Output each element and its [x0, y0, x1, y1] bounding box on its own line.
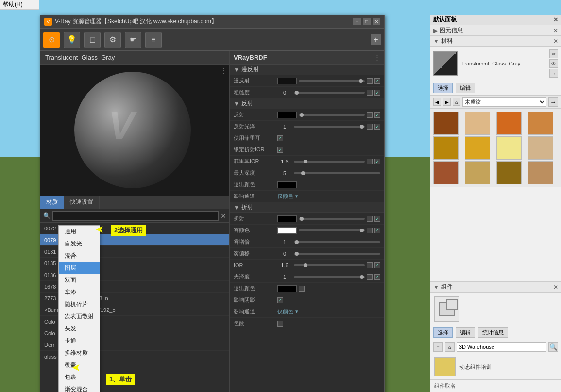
map-checkbox[interactable] [367, 112, 373, 118]
minimize-button[interactable]: － [353, 18, 361, 25]
dropdown-item-chelü[interactable]: 车漆 [59, 286, 100, 298]
map-checkbox[interactable] [367, 262, 373, 268]
channel-dropdown[interactable]: 仅颜色 ▾ [277, 193, 298, 200]
wood-cell-3[interactable] [496, 112, 522, 135]
enable-checkbox[interactable] [374, 78, 380, 84]
toolbar-geo-button[interactable]: ◻ [84, 32, 101, 48]
color-swatch[interactable] [277, 227, 297, 234]
color-swatch[interactable] [277, 181, 297, 188]
tab-material[interactable]: 材质 [40, 196, 64, 209]
wood-cell-6[interactable] [465, 136, 490, 160]
map-checkbox[interactable] [367, 124, 373, 130]
slider-track[interactable] [299, 80, 365, 82]
comp-nav-btn1[interactable]: ≡ [433, 342, 443, 352]
slider-track[interactable] [294, 161, 365, 163]
help-bar[interactable]: 帮助(H) [0, 0, 39, 10]
map-checkbox[interactable] [367, 216, 373, 222]
color-swatch[interactable] [277, 285, 297, 292]
toolbar-settings-button[interactable]: ⚙ [104, 32, 121, 48]
wood-cell-11[interactable] [496, 161, 522, 184]
material-section[interactable]: ▼ 材料 ✕ [430, 36, 561, 47]
comp-stats-button[interactable]: 统计信息 [478, 327, 508, 338]
wood-cell-10[interactable] [465, 161, 490, 184]
brdf-menu-dots[interactable]: — — ⋮ [358, 54, 380, 61]
dropdown-item-duowei[interactable]: 多维材质 [59, 347, 100, 359]
dropdown-item-katong[interactable]: 卡通 [59, 335, 100, 347]
warehouse-input[interactable] [457, 342, 546, 352]
wood-cell-9[interactable] [433, 161, 459, 184]
dropdown-item-zifaguang[interactable]: 自发光 [59, 238, 100, 250]
wood-go-button[interactable]: → [548, 97, 558, 107]
section-close-icon[interactable]: ✕ [553, 38, 558, 45]
wood-category-select[interactable]: 木质纹 [462, 97, 546, 107]
dropdown-item-shuangmian[interactable]: 双面 [59, 274, 100, 286]
element-info-section[interactable]: ▶ 图元信息 ✕ [430, 25, 561, 36]
fresnel-checkbox[interactable] [277, 135, 283, 141]
map-checkbox[interactable] [367, 78, 373, 84]
map-checkbox[interactable] [367, 159, 373, 164]
comp-select-button[interactable]: 选择 [433, 327, 453, 338]
slider-track[interactable] [299, 218, 365, 220]
map-checkbox[interactable] [299, 286, 305, 292]
dispersion-checkbox[interactable] [277, 321, 283, 327]
slider-track[interactable] [294, 241, 380, 243]
section-close-icon[interactable]: ✕ [553, 284, 558, 291]
toolbar-plus-button[interactable]: + [371, 34, 381, 45]
toolbar-sphere-button[interactable]: ⊙ [43, 32, 60, 48]
enable-checkbox[interactable] [374, 228, 380, 233]
enable-checkbox[interactable] [374, 216, 380, 222]
panel-close-button[interactable]: ✕ [553, 16, 558, 23]
dropdown-item-tuceng[interactable]: 图层 [59, 262, 100, 274]
enable-checkbox[interactable] [374, 90, 380, 96]
wood-nav-back[interactable]: ◀ [433, 98, 441, 106]
dropdown-item-tongyong[interactable]: 通用 [59, 226, 100, 238]
enable-checkbox[interactable] [374, 262, 380, 268]
lock-ior-checkbox[interactable] [277, 147, 283, 153]
edit-material-button[interactable]: ✏ [549, 49, 558, 58]
close-button[interactable]: ✕ [373, 18, 380, 25]
map-checkbox[interactable] [367, 274, 373, 280]
slider-track[interactable] [299, 114, 365, 116]
slider-track[interactable] [294, 264, 365, 266]
tab-quick-settings[interactable]: 快速设置 [64, 196, 100, 209]
refraction-section-header[interactable]: ▼ 折射 [230, 202, 384, 213]
slider-track[interactable] [294, 92, 365, 94]
component-item[interactable]: 动态组件培训 [430, 354, 561, 380]
reflection-section-header[interactable]: ▼ 反射 [230, 98, 384, 109]
toolbar-layers-button[interactable]: ≡ [145, 32, 162, 48]
wood-cell-7[interactable] [496, 136, 522, 160]
dropdown-item-jianbianhunh[interactable]: 渐变混合 [59, 383, 100, 392]
dropdown-item-suijisupian[interactable]: 随机碎片 [59, 298, 100, 310]
toolbar-cursor-button[interactable]: ☛ [125, 32, 141, 48]
wood-cell-5[interactable] [433, 136, 459, 160]
enable-checkbox[interactable] [374, 124, 380, 130]
enable-checkbox[interactable] [374, 274, 380, 280]
edit-button[interactable]: 编辑 [456, 83, 475, 93]
map-checkbox[interactable] [367, 228, 373, 233]
wood-cell-12[interactable] [528, 161, 553, 184]
dropdown-item-subsurface[interactable]: 次表面散射 [59, 310, 100, 323]
channel-dropdown2[interactable]: 仅颜色 ▾ [277, 308, 298, 315]
enable-checkbox[interactable] [374, 159, 380, 164]
wood-home-btn[interactable]: ⌂ [453, 98, 460, 106]
component-section-header[interactable]: ▼ 组件 ✕ [430, 282, 561, 293]
dropdown-item-toufa[interactable]: 头发 [59, 323, 100, 335]
view-button[interactable]: 👁 [549, 59, 558, 68]
diffuse-section-header[interactable]: ▼ 漫反射 [230, 65, 384, 75]
comp-edit-button[interactable]: 编辑 [456, 327, 475, 338]
search-input[interactable] [52, 211, 219, 221]
slider-track[interactable] [299, 229, 365, 231]
wood-cell-8[interactable] [528, 136, 553, 160]
color-swatch[interactable] [277, 215, 297, 222]
slider-track[interactable] [294, 172, 380, 174]
select-button[interactable]: 选择 [433, 83, 453, 93]
toolbar-light-button[interactable]: 💡 [64, 32, 80, 48]
slider-track[interactable] [294, 276, 365, 278]
slider-track[interactable] [294, 126, 365, 128]
color-swatch[interactable] [277, 78, 297, 84]
wood-cell-2[interactable] [465, 112, 490, 135]
search-component-button[interactable]: 🔍 [548, 342, 558, 352]
dropdown-item-hunhe[interactable]: 混合 [59, 250, 100, 262]
enable-checkbox[interactable] [374, 112, 380, 118]
color-swatch[interactable] [277, 112, 297, 118]
